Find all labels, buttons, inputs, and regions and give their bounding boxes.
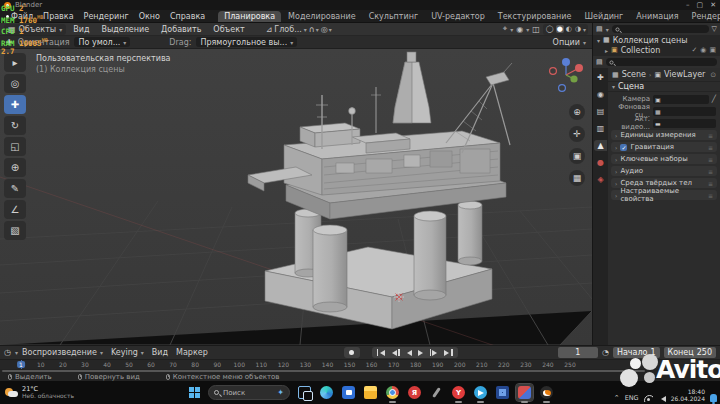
workspace-tab-шейдинг[interactable]: Шейдинг [578, 11, 629, 22]
auto-keying-button[interactable] [344, 347, 360, 358]
section-2[interactable]: ›Ключевые наборы≡ [611, 154, 717, 164]
taskbar-icon-tools[interactable] [428, 384, 445, 401]
wifi-icon[interactable] [644, 395, 653, 402]
section-5[interactable]: ›Настраиваемые свойства≡ [611, 190, 717, 200]
copilot-spark-icon[interactable]: ✦ [277, 388, 284, 397]
3d-viewport[interactable]: Пользовательская перспектива (1) Коллекц… [0, 49, 592, 345]
breadcrumb-viewlayer[interactable]: ViewLayer [664, 70, 705, 79]
jump-to-start-button[interactable] [375, 349, 388, 356]
menu-render[interactable]: Рендеринг [79, 11, 134, 22]
taskbar-icon-task-view[interactable] [296, 384, 313, 401]
shading-wireframe-icon[interactable]: ◯ [545, 25, 555, 33]
frame-start-field[interactable]: Начало 1 [613, 347, 660, 358]
timeline-menu-view[interactable]: Вид [152, 348, 168, 357]
taskbar-icon-store[interactable] [340, 384, 357, 401]
notification-bell-icon[interactable] [710, 394, 717, 402]
section-1[interactable]: ›✓Гравитация≡ [611, 142, 717, 152]
play-reverse-button[interactable] [404, 350, 414, 356]
proportional-edit-toggle[interactable]: ◎ ▾ [321, 25, 332, 34]
outliner-row-scene-collection[interactable]: ▾ ▦ Коллекция сцены [593, 35, 720, 45]
close-button[interactable]: ✕ [710, 1, 716, 9]
outliner-row-collection[interactable]: ▸ ▣ Collection ✓ ◉ ▣ [593, 45, 720, 55]
clock-widget[interactable]: 18:40 26.04.2024 [671, 389, 705, 402]
shading-rendered-icon[interactable]: ◑ [574, 25, 582, 33]
taskbar-icon-telegram[interactable] [472, 384, 489, 401]
checkbox-icon[interactable]: ✓ [620, 144, 627, 151]
section-3[interactable]: ›Аудио≡ [611, 166, 717, 176]
properties-tab-world[interactable]: ● [594, 157, 607, 168]
language-indicator[interactable]: ENG [625, 394, 639, 402]
properties-search-input[interactable] [606, 58, 717, 66]
hide-viewport-eye-icon[interactable]: ◉ [700, 46, 706, 54]
field-input[interactable]: ▣ [653, 95, 709, 104]
shading-solid-icon[interactable]: ● [556, 25, 564, 33]
viewport-zoom-button[interactable]: ⊕ [569, 104, 585, 120]
taskbar-icon-photos[interactable] [516, 384, 533, 401]
frame-end-field[interactable]: Конец 250 [664, 347, 716, 358]
outliner-search-input[interactable] [612, 25, 709, 33]
start-button[interactable] [186, 385, 202, 401]
timeline-menu-marker[interactable]: Маркер [176, 348, 208, 357]
current-frame-field[interactable]: 1 [558, 347, 598, 358]
workspace-tab-планировка[interactable]: Планировка [218, 11, 281, 22]
tool-move-button[interactable]: ✚ [4, 95, 26, 114]
workspace-tab-анимация[interactable]: Анимация [630, 11, 684, 22]
workspace-tab-моделирование[interactable]: Моделирование [282, 11, 362, 22]
jump-to-end-button[interactable] [442, 349, 455, 356]
workspace-tab-скульптинг[interactable]: Скульптинг [363, 11, 425, 22]
options-dropdown[interactable]: Опции ▾ [553, 38, 586, 47]
taskbar-icon-app-grid[interactable] [494, 384, 511, 401]
menu-help[interactable]: Справка [165, 11, 210, 22]
tool-scale-button[interactable]: ◱ [4, 137, 26, 156]
shading-material-icon[interactable]: ◐ [565, 25, 573, 33]
scene-panel-header[interactable]: ▾ Сцена [608, 81, 720, 92]
xray-toggle-icon[interactable]: ◫ [532, 25, 540, 34]
eyedropper-icon[interactable]: ╱ [712, 95, 716, 103]
taskbar-icon-yandex-music[interactable]: Я [406, 384, 423, 401]
navigation-gizmo[interactable] [546, 55, 586, 95]
next-keyframe-button[interactable] [428, 349, 441, 356]
pin-icon[interactable]: ⊙ [710, 71, 716, 79]
viewport-menu-add[interactable]: Добавить [156, 24, 206, 35]
properties-tab-view-layer[interactable]: ▥ [594, 123, 607, 134]
viewport-pan-button[interactable]: ✛ [569, 126, 585, 142]
viewport-menu-view[interactable]: Вид [68, 24, 94, 35]
prev-keyframe-button[interactable] [389, 349, 402, 356]
properties-search[interactable]: ▤ [593, 56, 720, 68]
viewport-toggle-ortho-button[interactable]: ▦ [569, 170, 585, 186]
orientation-setting-dropdown[interactable]: По умол... ▾ [74, 37, 130, 47]
hidden-icons-chevron[interactable]: ⌃ [614, 394, 620, 402]
display-mode-icon[interactable]: ▤ [596, 25, 603, 33]
editor-type-icon[interactable]: ▤ [596, 58, 603, 66]
taskbar-search[interactable]: Поиск ✦ [208, 385, 290, 400]
workspace-tab-uv-редактор[interactable]: UV-редактор [425, 11, 491, 22]
taskbar-icon-explorer[interactable] [362, 384, 379, 401]
taskbar-icon-chrome[interactable] [384, 384, 401, 401]
weather-widget[interactable]: 21°C Неб. облачность [0, 386, 150, 399]
menu-window[interactable]: Окно [134, 11, 165, 22]
tool-annotate-button[interactable]: ✎ [4, 179, 26, 198]
expand-icon[interactable]: ▾ [597, 37, 600, 44]
volume-icon[interactable] [658, 396, 666, 402]
properties-tab-scene[interactable]: ▲ [594, 140, 607, 151]
orientation-dropdown[interactable]: ⊿ Глоб... ▾ [266, 25, 307, 34]
taskbar-icon-blender[interactable] [538, 384, 555, 401]
taskbar-icon-edge[interactable] [318, 384, 335, 401]
viewport-menu-select[interactable]: Выделение [96, 24, 154, 35]
tool-measure-button[interactable]: ∠ [4, 200, 26, 219]
viewport-camera-view-button[interactable]: ▣ [569, 148, 585, 164]
properties-tab-tool[interactable]: ✚ [594, 72, 607, 83]
workspace-tab-рендеринг[interactable]: Рендеринг [686, 11, 720, 22]
overlays-toggle-icon[interactable]: ◉ [516, 25, 523, 34]
filter-icon[interactable]: ▽ [712, 25, 717, 33]
drag-mode-dropdown[interactable]: Прямоугольное вы... ▾ [196, 37, 297, 47]
timeline-ruler[interactable]: 1102030405060708090100110120130140150160… [0, 359, 720, 369]
timeline-menu-playback[interactable]: Воспроизведение▾ [22, 348, 103, 357]
play-button[interactable] [416, 350, 426, 356]
disable-render-camera-icon[interactable]: ▣ [709, 46, 716, 54]
minimize-button[interactable]: – [686, 1, 690, 9]
properties-tab-physics[interactable]: ◈ [594, 174, 607, 185]
expand-icon[interactable]: ▸ [605, 47, 608, 54]
properties-tab-output[interactable]: ▤ [594, 106, 607, 117]
checkbox-icon[interactable]: ✓ [691, 46, 697, 54]
